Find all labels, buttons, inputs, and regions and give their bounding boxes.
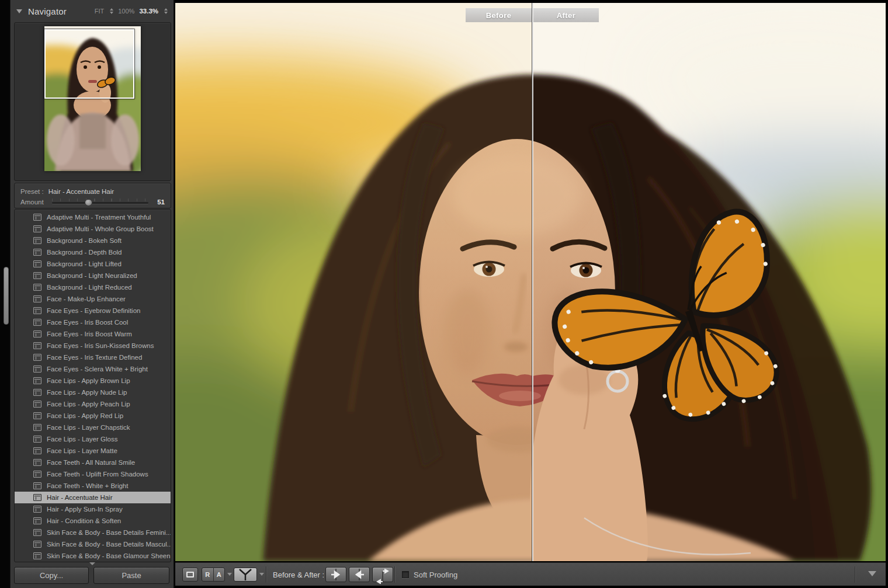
loupe-view-button[interactable] [182, 568, 198, 582]
before-after-divider[interactable] [532, 3, 533, 561]
preset-list-item[interactable]: Skin Face & Body - Base Details Mascul..… [15, 538, 171, 550]
preset-item-label: Background - Light Lifted [47, 260, 122, 267]
amount-slider-thumb[interactable] [85, 199, 92, 206]
preset-list-item[interactable]: Face Eyes - Iris Boost Cool [15, 316, 171, 328]
before-label: Before [466, 8, 532, 22]
preset-list-item[interactable]: Hair - Condition & Soften [15, 515, 171, 527]
preset-item-label: Face Lips - Layer Matte [47, 447, 117, 454]
disclosure-triangle-icon[interactable] [16, 9, 22, 13]
preset-list-item[interactable]: Face Lips - Apply Brown Lip [15, 375, 171, 387]
preset-list-item[interactable]: Background - Bokeh Soft [15, 235, 171, 246]
preset-list-item[interactable]: Face Lips - Layer Gloss [15, 433, 171, 445]
copy-before-to-after-button[interactable] [325, 567, 346, 582]
preset-item-label: Hair - Condition & Soften [47, 517, 121, 524]
preset-list-item[interactable]: Face Lips - Apply Peach Lip [15, 398, 171, 410]
preset-list-item[interactable]: Face Teeth - White + Bright [15, 480, 171, 492]
paste-button[interactable]: Paste [93, 567, 169, 584]
preset-list[interactable]: Adaptive Multi - Treatment YouthfulAdapt… [14, 209, 171, 562]
navigator-zoom-region[interactable] [44, 29, 134, 99]
scroll-down-icon[interactable] [89, 562, 95, 565]
before-soft-overlay [175, 3, 533, 561]
preset-list-item[interactable]: Skin Face & Body - Base Details Femini..… [15, 527, 171, 538]
preset-panel-icon [33, 494, 41, 501]
before-after-view-dropdown-icon[interactable] [259, 573, 264, 576]
amount-slider-ticks [52, 199, 148, 201]
preset-panel-icon [33, 471, 41, 478]
preset-list-item[interactable]: Face Lips - Layer Matte [15, 445, 171, 457]
panel-edge-strip[interactable] [0, 0, 11, 588]
toolbar-separator [394, 566, 395, 583]
preset-list-item[interactable]: Adaptive Multi - Whole Group Boost [15, 223, 171, 235]
preset-list-item[interactable]: Face Eyes - Sclera White + Bright [15, 363, 171, 375]
soft-proofing-checkbox[interactable] [402, 571, 409, 578]
preset-list-item[interactable]: Face Eyes - Iris Boost Warm [15, 328, 171, 340]
soft-proofing-label-text: Soft Proofing [414, 570, 457, 579]
reference-view-button[interactable]: R A [202, 568, 225, 582]
preset-item-label: Background - Light Neuralized [47, 272, 137, 279]
preset-panel-icon [33, 529, 41, 536]
preset-item-label: Face Teeth - Uplift From Shadows [47, 471, 148, 478]
preset-panel-icon [33, 424, 41, 431]
preset-list-item[interactable]: Face - Make-Up Enhancer [15, 293, 171, 305]
preset-list-item[interactable]: Face Teeth - Uplift From Shadows [15, 468, 171, 480]
preset-item-label: Face Lips - Apply Brown Lip [47, 377, 130, 384]
preset-list-item[interactable]: Adaptive Multi - Treatment Youthful [15, 211, 171, 223]
preset-panel-icon [33, 225, 41, 232]
preset-list-item[interactable]: Background - Depth Bold [15, 246, 171, 258]
zoom-level-value[interactable]: 33.3% [139, 8, 158, 15]
preset-list-item[interactable]: Face Eyes - Eyebrow Definition [15, 305, 171, 316]
panel-scrollbar-thumb[interactable] [4, 267, 9, 325]
before-after-view-button[interactable] [234, 568, 257, 582]
preset-item-label: Background - Light Reduced [47, 284, 132, 291]
preset-list-item[interactable]: Background - Light Lifted [15, 258, 171, 270]
amount-slider[interactable] [52, 198, 148, 206]
amount-slider-track[interactable] [52, 202, 148, 204]
preset-panel-icon [33, 260, 41, 267]
preset-list-item[interactable]: Hair - Apply Sun-In Spray [15, 503, 171, 515]
preset-item-label: Face Eyes - Iris Sun-Kissed Browns [47, 342, 154, 349]
after-label-text: After [557, 11, 575, 20]
copy-after-to-before-button[interactable] [349, 567, 370, 582]
toolbar-options-dropdown-icon[interactable] [868, 571, 876, 576]
navigator-preview-box [14, 22, 171, 181]
preset-list-item[interactable]: Face Eyes - Iris Sun-Kissed Browns [15, 340, 171, 352]
preset-panel-icon [33, 412, 41, 419]
preset-item-label: Background - Depth Bold [47, 249, 122, 256]
zoom-fit-option[interactable]: FIT [95, 8, 105, 15]
preset-amount-box: Preset : Hair - Accentuate Hair Amount 5… [14, 183, 171, 208]
copy-button[interactable]: Copy... [14, 567, 89, 584]
preset-list-item[interactable]: Face Eyes - Iris Texture Defined [15, 352, 171, 363]
preset-panel-icon [33, 401, 41, 408]
preset-panel-icon [33, 541, 41, 548]
swap-before-after-button[interactable] [372, 567, 393, 582]
before-after-canvas[interactable]: Before After [175, 3, 886, 561]
preset-list-item[interactable]: Hair - Accentuate Hair [15, 492, 171, 503]
preset-item-label: Face Teeth - All Natural Smile [47, 459, 135, 466]
preset-list-item[interactable]: Background - Light Reduced [15, 281, 171, 293]
preset-list-item[interactable]: Face Teeth - All Natural Smile [15, 457, 171, 468]
navigator-header[interactable]: Navigator FIT 100% 33.3% [11, 2, 174, 20]
preset-panel-icon [33, 459, 41, 466]
reference-view-dropdown-icon[interactable] [227, 573, 232, 576]
preset-list-item[interactable]: Background - Light Neuralized [15, 270, 171, 281]
preset-list-item[interactable]: Skin Face & Body - Base Glamour Sheen [15, 550, 171, 562]
preset-panel-icon [33, 517, 41, 524]
navigator-thumbnail[interactable] [44, 26, 141, 171]
before-after-label-text: Before & After : [273, 570, 324, 579]
preset-list-item[interactable]: Face Lips - Apply Red Lip [15, 410, 171, 422]
left-panel: Navigator FIT 100% 33.3% [11, 0, 175, 588]
preset-item-label: Face Eyes - Iris Boost Cool [47, 319, 128, 326]
preset-list-item[interactable]: Face Lips - Layer Chapstick [15, 422, 171, 433]
zoom-fill-option[interactable]: 100% [118, 8, 134, 15]
soft-proofing-label[interactable]: Soft Proofing [414, 563, 457, 586]
preset-panel-icon [33, 237, 41, 244]
preset-item-label: Skin Face & Body - Base Details Mascul..… [47, 541, 171, 548]
zoom-level-stepper-icon[interactable] [164, 8, 168, 14]
preset-item-label: Face Lips - Apply Red Lip [47, 412, 123, 419]
zoom-fit-stepper-icon[interactable] [110, 8, 113, 14]
preset-panel-icon [33, 366, 41, 373]
preset-panel-icon [33, 319, 41, 326]
loupe-icon [186, 572, 194, 577]
reference-letter-r: R [202, 568, 214, 581]
preset-list-item[interactable]: Face Lips - Apply Nude Lip [15, 387, 171, 398]
